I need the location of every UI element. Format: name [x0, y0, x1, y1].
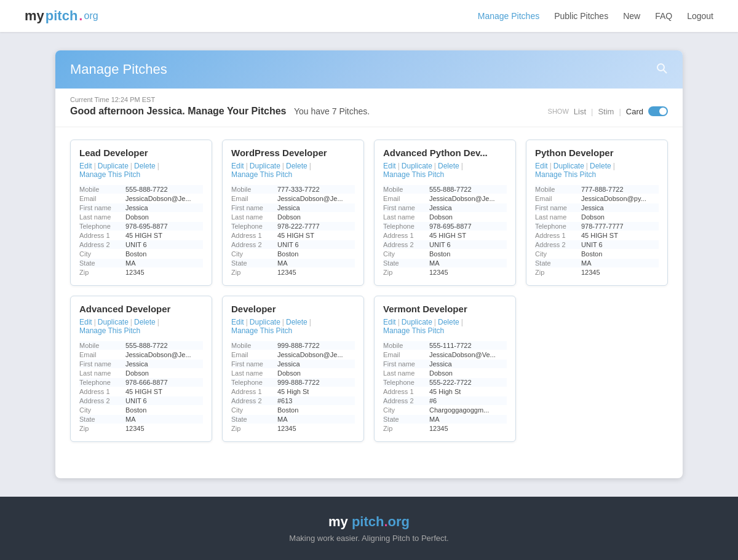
card-action-duplicate[interactable]: Duplicate [250, 318, 280, 326]
card-action-delete[interactable]: Delete [134, 318, 156, 326]
card-action-edit[interactable]: Edit [79, 318, 92, 326]
card-action-manage-this-pitch[interactable]: Manage This Pitch [79, 326, 140, 335]
field-value: MA [429, 259, 440, 267]
nav-logout[interactable]: Logout [687, 11, 713, 21]
field-row: Address 2UNIT 6 [535, 240, 659, 249]
logo-pitch: pitch [46, 8, 78, 24]
field-value: Jessica [277, 204, 300, 211]
field-value: 999-888-7722 [277, 379, 320, 386]
field-value: 12345 [429, 425, 448, 432]
field-label: Email [231, 351, 277, 358]
card-action-duplicate[interactable]: Duplicate [98, 162, 129, 170]
card-action-delete[interactable]: Delete [286, 162, 308, 170]
footer-logo: my pitch.org [12, 514, 726, 530]
field-label: First name [535, 204, 581, 211]
card-action-edit[interactable]: Edit [383, 318, 396, 326]
field-value: Boston [277, 406, 298, 414]
nav-new[interactable]: New [623, 11, 640, 21]
field-value: Boston [125, 406, 146, 414]
card-action-edit[interactable]: Edit [383, 162, 396, 170]
field-row: CityBoston [231, 250, 355, 258]
pitch-card: Advanced Python Dev...Edit | Duplicate |… [374, 140, 516, 286]
card-action-edit[interactable]: Edit [231, 162, 244, 170]
field-row: First nameJessica [231, 360, 355, 368]
field-label: Telephone [383, 223, 429, 230]
field-label: Mobile [383, 186, 429, 193]
field-value: Dobson [277, 369, 301, 377]
card-title: Developer [231, 304, 355, 314]
field-value: MA [429, 416, 440, 423]
field-value: Boston [277, 250, 298, 258]
card-actions: Edit | Duplicate | Delete | Manage This … [79, 318, 203, 335]
field-row: Address 2#6 [383, 396, 507, 405]
field-label: Zip [79, 425, 125, 432]
field-label: State [535, 259, 581, 267]
field-label: Mobile [383, 342, 429, 349]
field-label: First name [383, 360, 429, 368]
card-action-manage-this-pitch[interactable]: Manage This Pitch [231, 326, 292, 335]
card-action-manage-this-pitch[interactable]: Manage This Pitch [79, 170, 140, 179]
field-label: State [383, 259, 429, 267]
card-action-delete[interactable]: Delete [286, 318, 308, 326]
field-row: Address 2#613 [231, 396, 355, 405]
nav-faq[interactable]: FAQ [655, 11, 672, 21]
card-action-delete[interactable]: Delete [438, 162, 459, 170]
card-action-delete[interactable]: Delete [590, 162, 611, 170]
nav-public-pitches[interactable]: Public Pitches [554, 11, 608, 21]
field-value: 12345 [125, 425, 145, 432]
field-label: Zip [79, 269, 125, 276]
card-fields: Mobile555-888-7722EmailJessicaDobson@Je.… [383, 185, 507, 277]
field-label: Telephone [535, 223, 581, 230]
card-action-duplicate[interactable]: Duplicate [402, 318, 432, 326]
card-action-duplicate[interactable]: Duplicate [402, 162, 432, 170]
card-actions: Edit | Duplicate | Delete | Manage This … [79, 162, 203, 179]
pitch-card: WordPress DeveloperEdit | Duplicate | De… [222, 140, 364, 286]
footer-tagline: Making work easier. Aligning Pitch to Pe… [12, 534, 726, 543]
field-label: Telephone [79, 379, 125, 386]
field-value: Boston [125, 250, 146, 258]
field-label: Mobile [231, 186, 277, 193]
field-label: City [383, 250, 429, 258]
list-view-btn[interactable]: List [574, 107, 586, 116]
field-value: 777-333-7722 [277, 186, 320, 193]
card-actions: Edit | Duplicate | Delete | Manage This … [231, 318, 355, 335]
card-action-manage-this-pitch[interactable]: Manage This Pitch [231, 170, 292, 179]
nav-links: Manage Pitches Public Pitches New FAQ Lo… [478, 11, 713, 21]
card-action-edit[interactable]: Edit [535, 162, 548, 170]
field-label: Last name [79, 213, 125, 221]
card-action-delete[interactable]: Delete [134, 162, 156, 170]
field-label: Address 1 [231, 388, 277, 395]
search-button[interactable] [656, 62, 668, 77]
field-value: UNIT 6 [581, 241, 603, 248]
field-row: Address 145 High St [231, 387, 355, 396]
card-action-duplicate[interactable]: Duplicate [250, 162, 280, 170]
card-fields: Mobile999-888-7722EmailJessicaDobson@Je.… [231, 341, 355, 433]
field-value: 45 High St [277, 388, 309, 395]
footer: my pitch.org Making work easier. Alignin… [0, 497, 738, 560]
card-action-delete[interactable]: Delete [438, 318, 459, 326]
card-action-edit[interactable]: Edit [231, 318, 244, 326]
field-row: Mobile555-111-7722 [383, 341, 507, 350]
nav-manage-pitches[interactable]: Manage Pitches [478, 11, 539, 21]
view-toggle-switch[interactable] [648, 106, 668, 116]
field-value: Boston [429, 250, 450, 258]
field-value: Dobson [429, 369, 453, 377]
card-fields: Mobile555-888-7722EmailJessicaDobson@Je.… [79, 341, 203, 433]
card-action-edit[interactable]: Edit [79, 162, 92, 170]
stim-view-btn[interactable]: Stim [598, 107, 614, 116]
page-wrapper: Manage Pitches Current Time 12:24 PM EST… [0, 32, 738, 497]
card-action-manage-this-pitch[interactable]: Manage This Pitch [383, 170, 444, 179]
field-value: 12345 [429, 269, 448, 276]
field-label: First name [79, 360, 125, 368]
field-label: Mobile [79, 342, 125, 349]
card-view-btn[interactable]: Card [626, 107, 643, 116]
card-action-duplicate[interactable]: Duplicate [554, 162, 584, 170]
card-action-duplicate[interactable]: Duplicate [98, 318, 129, 326]
field-value: 45 High St [429, 388, 461, 395]
field-value: Jessica [277, 360, 300, 368]
field-label: First name [79, 204, 125, 211]
field-row: Address 145 HIGH ST [535, 231, 659, 240]
field-value: 978-666-8877 [125, 379, 168, 386]
card-action-manage-this-pitch[interactable]: Manage This Pitch [535, 170, 596, 179]
card-action-manage-this-pitch[interactable]: Manage This Pitch [383, 326, 444, 335]
